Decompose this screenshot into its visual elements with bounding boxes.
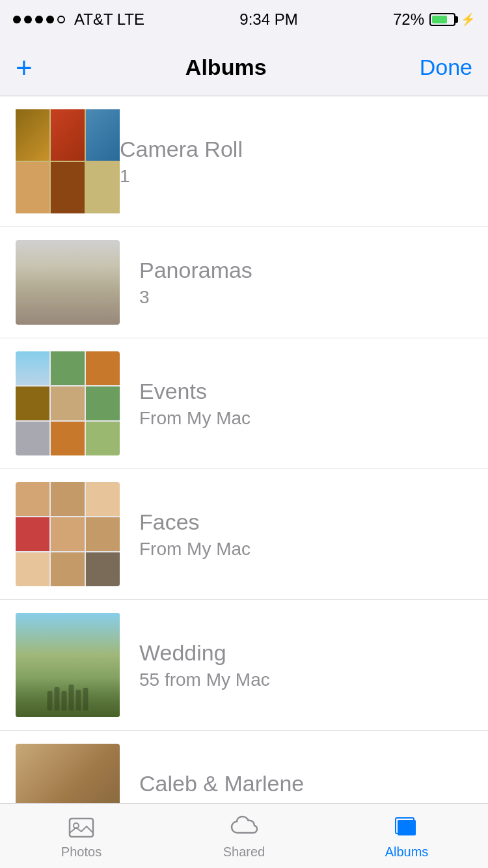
faces-thumb-cell-1 (16, 482, 49, 516)
done-button[interactable]: Done (420, 55, 472, 80)
events-thumb-cell-9 (86, 422, 120, 455)
events-thumb-cell-5 (51, 387, 85, 420)
faces-thumb-cell-9 (86, 552, 120, 586)
thumb-cell-5 (51, 162, 85, 213)
album-name-panoramas: Panoramas (139, 258, 472, 283)
albums-icon-svg (394, 813, 420, 839)
album-count-faces: From My Mac (139, 539, 472, 560)
tab-bar: Photos Shared Albums (0, 803, 488, 868)
faces-thumb-cell-7 (16, 552, 49, 586)
album-thumbnail-wedding (16, 613, 120, 717)
album-item-faces[interactable]: Faces From My Mac (0, 469, 488, 600)
events-thumb-cell-2 (51, 351, 85, 385)
signal-dot-3 (35, 16, 43, 23)
album-thumbnail-events (16, 351, 120, 455)
album-item-wedding[interactable]: Wedding 55 from My Mac (0, 600, 488, 731)
thumb-cell-2 (51, 109, 85, 161)
albums-tab-icon (392, 812, 421, 841)
faces-thumb-cell-5 (51, 517, 85, 551)
events-thumb-cell-4 (16, 387, 49, 420)
photos-icon-svg (68, 813, 94, 839)
charging-bolt: ⚡ (461, 12, 475, 27)
tab-shared[interactable]: Shared (163, 812, 325, 860)
album-list: Camera Roll 1 Panoramas 3 Events From My (0, 96, 488, 803)
album-count-panoramas: 3 (139, 287, 472, 308)
tab-albums[interactable]: Albums (325, 812, 488, 860)
svg-rect-0 (70, 819, 93, 837)
faces-thumb-cell-8 (51, 552, 85, 586)
battery-percent: 72% (393, 10, 424, 29)
albums-tab-label: Albums (385, 845, 429, 860)
album-name-events: Events (139, 379, 472, 404)
album-thumbnail-camera-roll (16, 109, 120, 213)
album-info-faces: Faces From My Mac (139, 509, 472, 560)
status-left: AT&T LTE (13, 10, 144, 29)
signal-dot-2 (24, 16, 32, 23)
album-thumbnail-faces (16, 482, 120, 586)
album-info-caleb: Caleb & Marlene 25 from My Mac (139, 771, 472, 804)
faces-thumb-cell-3 (86, 482, 120, 516)
events-thumb-cell-8 (51, 422, 85, 455)
nav-bar: + Albums Done (0, 39, 488, 96)
photos-tab-icon (67, 812, 96, 841)
signal-dots (13, 16, 65, 23)
album-info-camera-roll: Camera Roll 1 (120, 137, 472, 187)
album-info-events: Events From My Mac (139, 379, 472, 429)
events-thumb-cell-3 (86, 351, 120, 385)
battery-icon (429, 13, 455, 26)
album-count-camera-roll: 1 (120, 166, 472, 187)
album-name-camera-roll: Camera Roll (120, 137, 472, 162)
events-thumb-cell-7 (16, 422, 49, 455)
faces-thumb-cell-2 (51, 482, 85, 516)
add-album-button[interactable]: + (16, 53, 33, 82)
status-right: 72% ⚡ (393, 10, 475, 29)
thumb-cell-4 (16, 162, 49, 213)
album-count-wedding: 55 from My Mac (139, 670, 472, 690)
page-title: Albums (185, 55, 267, 80)
album-name-wedding: Wedding (139, 640, 472, 666)
status-time: 9:34 PM (239, 10, 297, 29)
shared-icon-svg (230, 815, 258, 838)
shared-tab-label: Shared (223, 845, 265, 860)
photos-tab-label: Photos (61, 845, 102, 860)
signal-dot-1 (13, 16, 21, 23)
faces-thumb-cell-4 (16, 517, 49, 551)
album-item-camera-roll[interactable]: Camera Roll 1 (0, 96, 488, 227)
events-thumb-cell-6 (86, 387, 120, 420)
faces-thumb-cell-6 (86, 517, 120, 551)
album-item-panoramas[interactable]: Panoramas 3 (0, 227, 488, 338)
album-item-events[interactable]: Events From My Mac (0, 338, 488, 469)
thumb-cell-3 (86, 109, 120, 161)
signal-dot-5 (57, 16, 65, 23)
album-thumbnail-panoramas (16, 240, 120, 325)
album-name-faces: Faces (139, 509, 472, 535)
events-thumb-cell-1 (16, 351, 49, 385)
album-name-caleb: Caleb & Marlene (139, 771, 472, 796)
thumb-cell-1 (16, 109, 49, 161)
shared-tab-icon (230, 812, 258, 841)
carrier-text: AT&T LTE (74, 10, 144, 29)
album-item-caleb[interactable]: Caleb & Marlene 25 from My Mac (0, 731, 488, 803)
tab-photos[interactable]: Photos (0, 812, 163, 860)
status-bar: AT&T LTE 9:34 PM 72% ⚡ (0, 0, 488, 39)
album-info-panoramas: Panoramas 3 (139, 258, 472, 308)
album-thumbnail-caleb (16, 744, 120, 803)
album-info-wedding: Wedding 55 from My Mac (139, 640, 472, 690)
signal-dot-4 (46, 16, 54, 23)
album-count-events: From My Mac (139, 408, 472, 429)
